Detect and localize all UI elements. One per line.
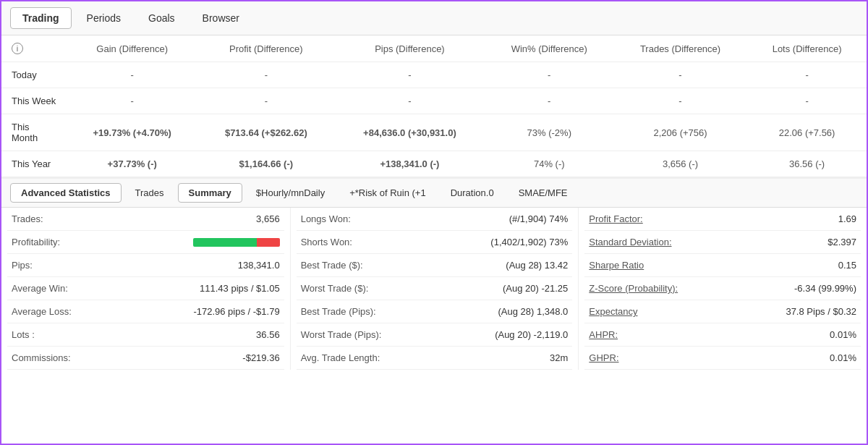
header-profit: Profit (Difference)	[197, 35, 334, 62]
stat-worst-trade-pips: Worst Trade (Pips): (Aug 20) -2,119.0	[297, 323, 573, 347]
stat-profitability: Profitability:	[7, 231, 284, 254]
stats-col-middle: Longs Won: (#/1,904) 74% Shorts Won: (1,…	[290, 208, 579, 370]
stat-shorts-won: Shorts Won: (1,402/1,902) 73%	[297, 231, 573, 254]
stat-ghpr: GHPR: 0.01%	[584, 347, 861, 370]
profitability-bar	[193, 238, 280, 247]
tab-browser[interactable]: Browser	[190, 7, 252, 29]
stats-col-left: Trades: 3,656 Profitability: Pips: 138,3…	[1, 208, 290, 370]
summary-table: i Gain (Difference) Profit (Difference) …	[1, 35, 867, 177]
sub-tab-trades[interactable]: Trades	[124, 183, 175, 203]
stat-best-trade-pips: Best Trade (Pips): (Aug 28) 1,348.0	[297, 300, 573, 323]
row-this-year: This Year +37.73% (-) $1,164.66 (-) +138…	[1, 151, 867, 177]
stat-profit-factor: Profit Factor: 1.69	[584, 208, 861, 231]
stat-longs-won: Longs Won: (#/1,904) 74%	[297, 208, 573, 231]
stat-pips: Pips: 138,341.0	[7, 254, 284, 277]
header-trades: Trades (Difference)	[613, 35, 747, 62]
sub-tab-hourly[interactable]: $Hourly/mnDaily	[245, 183, 336, 203]
sub-tab-risk[interactable]: +*Risk of Ruin (+1	[339, 183, 437, 203]
stat-best-trade-dollar: Best Trade ($): (Aug 28) 13.42	[297, 254, 573, 277]
sub-tab-summary[interactable]: Summary	[178, 183, 242, 203]
sub-tabs-bar: Advanced Statistics Trades Summary $Hour…	[1, 179, 867, 208]
stat-ahpr: AHPR: 0.01%	[584, 323, 861, 347]
row-this-week: This Week - - - - - -	[1, 88, 867, 114]
profit-green-bar	[193, 238, 258, 247]
info-icon[interactable]: i	[12, 43, 23, 54]
stat-avg-win: Average Win: 111.43 pips / $1.05	[7, 277, 284, 300]
top-tabs-bar: Trading Periods Goals Browser	[1, 1, 867, 35]
stat-worst-trade-dollar: Worst Trade ($): (Aug 20) -21.25	[297, 277, 573, 300]
stat-z-score: Z-Score (Probability): -6.34 (99.99%)	[584, 277, 861, 300]
sub-tab-advanced[interactable]: Advanced Statistics	[10, 183, 122, 203]
stats-col-right: Profit Factor: 1.69 Standard Deviation: …	[578, 208, 867, 370]
stat-trades: Trades: 3,656	[7, 208, 284, 231]
sub-tab-smae[interactable]: SMAE/MFE	[508, 183, 579, 203]
row-today: Today - - - - - -	[1, 62, 867, 88]
main-container: Trading Periods Goals Browser i Gain (Di…	[0, 0, 868, 445]
bottom-section: Advanced Statistics Trades Summary $Hour…	[1, 177, 867, 370]
stat-avg-trade-length: Avg. Trade Length: 32m	[297, 347, 573, 370]
tab-goals[interactable]: Goals	[136, 7, 187, 29]
tab-trading[interactable]: Trading	[10, 7, 72, 29]
stat-commissions: Commissions: -$219.36	[7, 347, 284, 370]
stat-avg-loss: Average Loss: -172.96 pips / -$1.79	[7, 300, 284, 323]
stat-sharpe-ratio: Sharpe Ratio 0.15	[584, 254, 861, 277]
sub-tab-duration[interactable]: Duration.0	[440, 183, 505, 203]
stat-lots: Lots : 36.56	[7, 323, 284, 347]
row-this-month: This Month +19.73% (+4.70%) $713.64 (+$2…	[1, 114, 867, 151]
profit-red-bar	[257, 238, 279, 247]
header-lots: Lots (Difference)	[747, 35, 867, 62]
header-gain: Gain (Difference)	[67, 35, 197, 62]
stat-std-dev: Standard Deviation: $2.397	[584, 231, 861, 254]
stat-expectancy: Expectancy 37.8 Pips / $0.32	[584, 300, 861, 323]
header-pips: Pips (Difference)	[334, 35, 485, 62]
tab-periods[interactable]: Periods	[75, 7, 133, 29]
stats-grid: Trades: 3,656 Profitability: Pips: 138,3…	[1, 208, 867, 370]
header-winpct: Win% (Difference)	[485, 35, 613, 62]
